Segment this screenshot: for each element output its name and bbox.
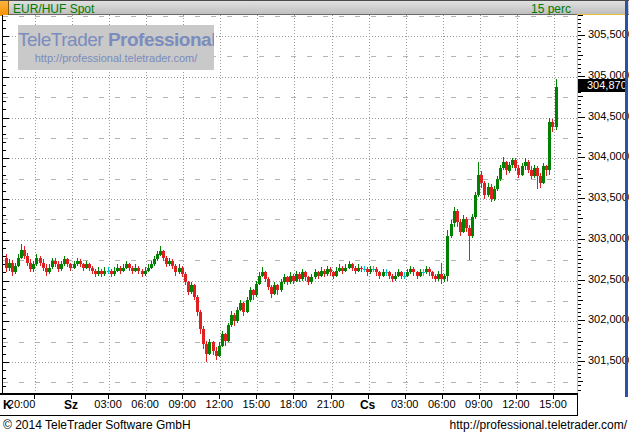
candle	[26, 256, 29, 263]
candle	[496, 179, 499, 190]
candle	[440, 274, 443, 279]
candle	[60, 264, 63, 269]
candle	[335, 271, 338, 276]
candle	[97, 271, 100, 274]
instrument-flag-icon	[0, 1, 9, 16]
time-tick	[368, 395, 369, 399]
candle	[178, 268, 181, 273]
time-tick	[71, 395, 72, 399]
candle	[493, 189, 496, 199]
candle	[224, 334, 227, 341]
candle	[357, 268, 360, 271]
chart-window: EUR/HUF Spot 15 perc TeleTrader Professi…	[0, 0, 629, 436]
candle	[91, 268, 94, 271]
candle	[116, 268, 119, 271]
candle	[533, 168, 536, 176]
last-price-tag: 304,8700	[578, 79, 626, 92]
candle	[82, 264, 85, 267]
time-tick	[405, 395, 406, 399]
price-axis-panel[interactable]: 304,8700 305,5000305,0000304,5000304,000…	[577, 14, 626, 400]
time-tick	[108, 395, 109, 399]
watermark-brand-regular: TeleTrader	[18, 29, 108, 50]
watermark-brand-bold: Professional	[108, 29, 214, 50]
candle	[246, 300, 249, 311]
time-axis-strip[interactable]: K20:00Sz03:0006:0009:0012:0015:0018:0021…	[0, 393, 578, 416]
candle	[85, 264, 88, 267]
candle	[459, 222, 462, 232]
candle	[202, 329, 205, 344]
candle	[304, 272, 307, 277]
panel-border	[625, 1, 628, 399]
candle	[218, 346, 221, 356]
candle	[193, 285, 196, 296]
candle	[521, 166, 524, 174]
watermark-url: http://professional.teletrader.com/	[18, 52, 214, 65]
time-tick	[256, 395, 257, 399]
candle	[270, 287, 273, 294]
candle	[107, 271, 110, 272]
candle	[8, 263, 11, 269]
candle	[419, 272, 422, 275]
candle	[477, 175, 480, 195]
time-tick	[182, 395, 183, 399]
x-axis-label: 15:00	[539, 398, 567, 410]
candle	[156, 254, 159, 259]
candle	[51, 261, 54, 268]
instrument-title: EUR/HUF Spot	[13, 2, 94, 16]
y-axis-label: 305,0000	[588, 69, 629, 81]
x-axis-label: 21:00	[317, 398, 345, 410]
candle	[5, 258, 8, 269]
candle	[462, 219, 465, 231]
candle	[273, 285, 276, 293]
candle	[351, 264, 354, 267]
y-axis-label: 302,5000	[588, 273, 629, 285]
y-axis-label: 303,5000	[588, 191, 629, 203]
candle	[289, 276, 292, 283]
x-axis-label: 09:00	[168, 398, 196, 410]
candle	[258, 276, 261, 284]
candle	[443, 276, 446, 279]
candle	[239, 303, 242, 310]
candle	[233, 315, 236, 322]
candle	[530, 170, 533, 177]
candle	[437, 274, 440, 279]
candle	[505, 162, 508, 170]
chart-plot-area[interactable]: TeleTrader Professional http://professio…	[2, 15, 577, 393]
candle	[171, 261, 174, 266]
candle	[45, 268, 48, 273]
candle	[79, 261, 82, 264]
candle	[267, 279, 270, 287]
x-axis-label: 12:00	[502, 398, 530, 410]
x-axis-label: 03:00	[94, 398, 122, 410]
candle	[131, 268, 134, 271]
candle	[511, 160, 514, 165]
time-tick	[331, 395, 332, 399]
candle	[242, 303, 245, 311]
x-axis-label: 15:00	[243, 398, 271, 410]
x-axis-label: 09:00	[465, 398, 493, 410]
candle	[348, 264, 351, 267]
candle	[298, 274, 301, 279]
candle	[29, 263, 32, 270]
candle	[508, 165, 511, 171]
watermark-brand: TeleTrader Professional	[18, 28, 214, 52]
candle	[329, 269, 332, 272]
candle	[388, 272, 391, 275]
y-axis-label: 302,0000	[588, 313, 629, 325]
candle	[409, 269, 412, 272]
candle	[453, 211, 456, 223]
candle	[150, 264, 153, 267]
candle	[394, 276, 397, 279]
candle	[341, 268, 344, 271]
candle	[456, 211, 459, 222]
candle	[57, 264, 60, 269]
candle	[215, 351, 218, 356]
candle	[66, 259, 69, 264]
candle	[548, 122, 551, 170]
candle	[344, 268, 347, 271]
x-axis-label: 18:00	[280, 398, 308, 410]
copyright-text: © 2014 TeleTrader Software GmbH	[3, 418, 191, 432]
chart-canvas[interactable]	[3, 15, 578, 393]
candle	[400, 272, 403, 275]
candle	[295, 274, 298, 281]
